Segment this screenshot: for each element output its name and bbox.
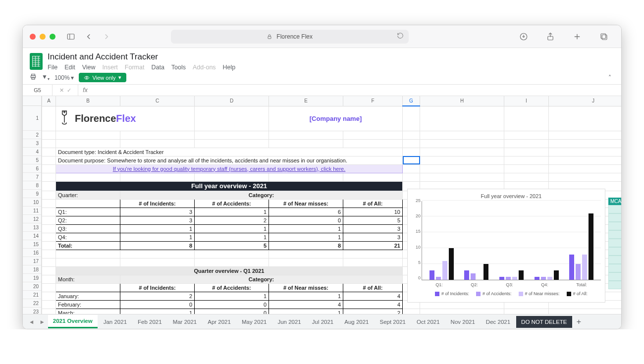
name-box[interactable]: G5 bbox=[23, 85, 53, 96]
cancel-icon[interactable]: ✕ bbox=[59, 87, 64, 94]
table-row[interactable]: January: bbox=[56, 292, 120, 300]
row-header[interactable]: 23 bbox=[23, 308, 41, 314]
chart-bar bbox=[547, 277, 552, 280]
tab-may[interactable]: May 2021 bbox=[237, 316, 272, 328]
menu-tools[interactable]: Tools bbox=[171, 64, 186, 71]
chart-bar bbox=[589, 213, 593, 280]
svg-point-12 bbox=[86, 77, 87, 78]
menu-file[interactable]: File bbox=[48, 64, 57, 71]
row-header[interactable]: 10 bbox=[23, 198, 41, 207]
row-header[interactable]: 12 bbox=[23, 215, 41, 223]
tab-sep[interactable]: Sept 2021 bbox=[375, 316, 411, 328]
row-header[interactable]: 18 bbox=[23, 265, 41, 274]
col-header[interactable]: J bbox=[549, 96, 622, 106]
row-header[interactable]: 8 bbox=[23, 181, 41, 190]
tab-feb[interactable]: Feb 2021 bbox=[133, 316, 167, 328]
row-header[interactable]: 16 bbox=[23, 249, 41, 257]
downloads-icon[interactable] bbox=[516, 30, 531, 43]
row-header[interactable]: 3 bbox=[23, 139, 41, 148]
row-header[interactable]: 19 bbox=[23, 274, 41, 282]
col-header[interactable]: B bbox=[56, 96, 120, 106]
col-header[interactable]: I bbox=[504, 96, 549, 106]
address-bar[interactable]: Florence Flex bbox=[171, 30, 409, 44]
tabs-next-icon[interactable]: ► bbox=[37, 319, 47, 325]
col-header[interactable]: E bbox=[269, 96, 343, 106]
row-header[interactable]: 5 bbox=[23, 156, 41, 164]
table-row[interactable]: February: bbox=[56, 300, 120, 309]
tab-donotdelete[interactable]: DO NOT DELETE bbox=[516, 316, 572, 328]
row-header[interactable]: 2 bbox=[23, 131, 41, 139]
col-header[interactable]: F bbox=[343, 96, 403, 106]
col-header[interactable]: C bbox=[120, 96, 195, 106]
print-icon[interactable] bbox=[30, 73, 37, 82]
row-header[interactable]: 11 bbox=[23, 207, 41, 215]
filter-icon[interactable]: ▼▾ bbox=[42, 73, 50, 81]
menu-edit[interactable]: Edit bbox=[64, 64, 75, 71]
zoom-icon[interactable] bbox=[50, 34, 55, 40]
col-header[interactable]: A bbox=[42, 96, 56, 106]
menu-data[interactable]: Data bbox=[151, 64, 164, 71]
table-row[interactable]: Q4: bbox=[56, 233, 120, 241]
menu-format[interactable]: Format bbox=[125, 64, 145, 71]
row-header[interactable]: 6 bbox=[23, 164, 41, 173]
table-row[interactable]: Q1: bbox=[56, 208, 120, 216]
sidebar-toggle-icon[interactable] bbox=[63, 30, 78, 43]
zoom-value: 100% bbox=[54, 74, 70, 81]
col-headers: A B C D E F G H I J bbox=[42, 96, 622, 106]
row-header[interactable]: 20 bbox=[23, 282, 41, 291]
tab-2021-overview[interactable]: 2021 Overview bbox=[48, 315, 98, 328]
chart-bar bbox=[541, 277, 546, 280]
col-header[interactable]: G bbox=[403, 96, 420, 106]
tab-nov[interactable]: Nov 2021 bbox=[446, 316, 480, 328]
promo-link[interactable]: If you're looking for good quality tempo… bbox=[56, 164, 403, 173]
table-row[interactable]: March: bbox=[56, 309, 120, 314]
col-header[interactable]: D bbox=[195, 96, 269, 106]
doc-title[interactable]: Incident and Accident Tracker bbox=[48, 52, 235, 62]
row-header[interactable]: 9 bbox=[23, 190, 41, 198]
tab-jun[interactable]: Jun 2021 bbox=[272, 316, 306, 328]
menu-view[interactable]: View bbox=[82, 64, 96, 71]
menu-addons[interactable]: Add-ons bbox=[193, 64, 216, 71]
company-placeholder[interactable]: [Company name] bbox=[269, 106, 403, 131]
row-header[interactable]: 22 bbox=[23, 299, 41, 308]
menu-insert[interactable]: Insert bbox=[103, 64, 118, 71]
refresh-icon[interactable] bbox=[397, 32, 404, 41]
tab-oct[interactable]: Oct 2021 bbox=[412, 316, 445, 328]
tab-jan[interactable]: Jan 2021 bbox=[99, 316, 132, 328]
table-row[interactable]: Q3: bbox=[56, 224, 120, 233]
tab-jul[interactable]: Jul 2021 bbox=[307, 316, 338, 328]
grid[interactable]: A B C D E F G H I J FlorenceFl bbox=[42, 96, 621, 314]
add-sheet-button[interactable]: + bbox=[573, 317, 585, 326]
tab-aug[interactable]: Aug 2021 bbox=[339, 316, 374, 328]
chart[interactable]: Full year overview - 2021 2520151050 Q1:… bbox=[407, 189, 605, 303]
row-header[interactable]: 13 bbox=[23, 223, 41, 232]
table-total[interactable]: Total: bbox=[56, 241, 120, 250]
row-header[interactable]: 4 bbox=[23, 148, 41, 156]
tab-dec[interactable]: Dec 2021 bbox=[481, 316, 515, 328]
row-header[interactable]: 14 bbox=[23, 232, 41, 240]
col-header[interactable]: H bbox=[420, 96, 504, 106]
close-icon[interactable] bbox=[30, 34, 36, 40]
zoom-select[interactable]: 100% ▾ bbox=[54, 74, 74, 81]
row-header[interactable]: 21 bbox=[23, 291, 41, 299]
tabs-icon[interactable] bbox=[596, 30, 611, 43]
row-header[interactable]: 15 bbox=[23, 240, 41, 249]
view-mode-badge[interactable]: View only ▾ bbox=[79, 73, 127, 82]
tabs-prev-icon[interactable]: ◄ bbox=[27, 319, 36, 325]
tab-apr[interactable]: Apr 2021 bbox=[203, 316, 236, 328]
back-button[interactable] bbox=[81, 30, 96, 43]
table-row[interactable]: Q2: bbox=[56, 216, 120, 224]
col-all: # of All: bbox=[343, 199, 403, 208]
share-icon[interactable] bbox=[543, 30, 558, 43]
new-tab-icon[interactable] bbox=[570, 30, 585, 43]
accept-icon[interactable]: ✓ bbox=[67, 87, 71, 94]
row-header[interactable]: 17 bbox=[23, 257, 41, 265]
row-header[interactable]: 7 bbox=[23, 173, 41, 181]
tab-mar[interactable]: Mar 2021 bbox=[168, 316, 202, 328]
row-header[interactable]: 1 bbox=[23, 106, 41, 131]
collapse-toolbar-icon[interactable]: ˄ bbox=[608, 74, 614, 81]
selected-cell[interactable] bbox=[403, 156, 420, 164]
menu-help[interactable]: Help bbox=[223, 64, 236, 71]
minimize-icon[interactable] bbox=[40, 34, 46, 40]
forward-button[interactable] bbox=[99, 30, 114, 43]
